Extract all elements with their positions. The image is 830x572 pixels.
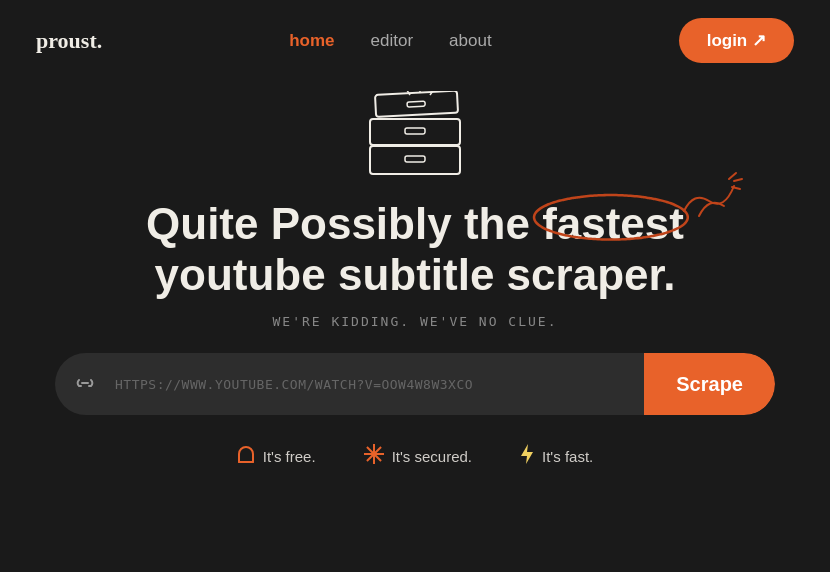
headline: Quite Possibly the fastest youtube subti… <box>146 199 684 300</box>
nav-link-about[interactable]: about <box>449 31 492 51</box>
arch-icon <box>237 444 255 469</box>
feature-secured-label: It's secured. <box>392 448 472 465</box>
hero-section: Quite Possibly the fastest youtube subti… <box>0 81 830 470</box>
navbar: proust. home editor about login ↗ <box>0 0 830 81</box>
svg-rect-2 <box>370 119 460 145</box>
accent-icon <box>674 171 744 221</box>
svg-rect-0 <box>370 146 460 174</box>
headline-part1: Quite Possibly the <box>146 199 542 248</box>
scrape-button[interactable]: Scrape <box>644 353 775 415</box>
svg-rect-5 <box>407 101 425 107</box>
headline-part2: youtube subtitle scraper. <box>155 250 676 299</box>
svg-rect-3 <box>405 128 425 134</box>
subtext: WE'RE KIDDING. WE'VE NO CLUE. <box>273 314 558 329</box>
headline-fastest: fastest <box>542 199 684 248</box>
star-icon <box>364 444 384 469</box>
logo: proust. <box>36 28 102 54</box>
svg-line-14 <box>734 179 742 181</box>
headline-fastest-wrapper: fastest <box>542 199 684 250</box>
svg-rect-1 <box>405 156 425 162</box>
feature-fast-label: It's fast. <box>542 448 593 465</box>
search-container: Scrape <box>55 353 775 415</box>
feature-free: It's free. <box>237 444 316 469</box>
feature-fast: It's fast. <box>520 443 593 470</box>
drawer-illustration <box>355 91 475 181</box>
feature-secured: It's secured. <box>364 444 472 469</box>
nav-links: home editor about <box>289 31 491 51</box>
login-button[interactable]: login ↗ <box>679 18 794 63</box>
features-row: It's free. It's secured. It's fast. <box>237 443 594 470</box>
nav-link-editor[interactable]: editor <box>371 31 414 51</box>
nav-link-home[interactable]: home <box>289 31 334 51</box>
feature-free-label: It's free. <box>263 448 316 465</box>
url-input[interactable] <box>115 377 644 392</box>
bolt-icon <box>520 443 534 470</box>
svg-rect-4 <box>375 91 458 117</box>
svg-line-13 <box>729 173 736 179</box>
link-icon <box>55 371 115 397</box>
